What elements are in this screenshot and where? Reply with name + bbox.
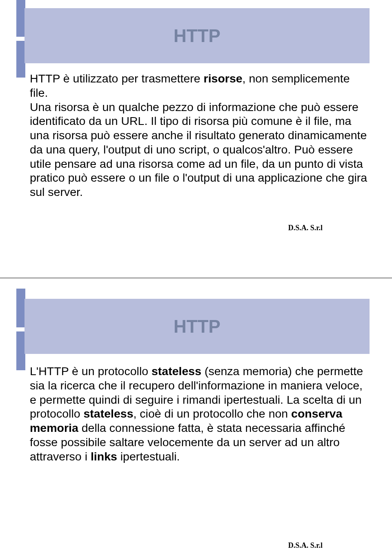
- decor-mark: [16, 331, 25, 370]
- title-band: HTTP: [24, 8, 370, 63]
- slide-footer: D.S.A. S.r.l: [288, 224, 323, 232]
- decor-mark: [16, 0, 25, 37]
- title-band: HTTP: [24, 299, 370, 354]
- decor-mark: [16, 41, 25, 78]
- slide-title: HTTP: [174, 316, 220, 337]
- slide-footer: D.S.A. S.r.l: [288, 541, 323, 550]
- slide-body: HTTP è utilizzato per trasmettere risors…: [30, 71, 368, 199]
- slide-1: HTTP HTTP è utilizzato per trasmettere r…: [0, 0, 392, 278]
- slide-body: L'HTTP è un protocollo stateless (senza …: [30, 364, 368, 463]
- decor-mark: [16, 289, 25, 327]
- slide-2: HTTP L'HTTP è un protocollo stateless (s…: [0, 278, 392, 558]
- slide-title: HTTP: [174, 26, 220, 46]
